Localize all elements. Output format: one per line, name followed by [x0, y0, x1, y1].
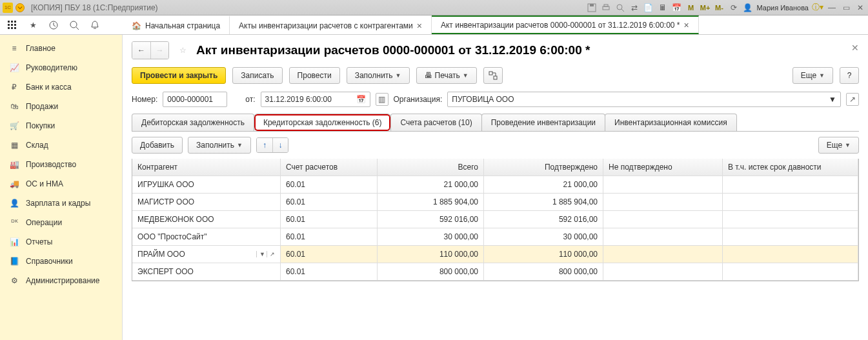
move-down-button[interactable]: ↓	[272, 138, 288, 152]
restore-icon[interactable]: ▭	[841, 3, 851, 13]
svg-rect-9	[8, 24, 10, 26]
m-minus-button[interactable]: М-	[714, 3, 725, 13]
close-icon[interactable]: ✕	[855, 3, 865, 13]
apps-icon[interactable]	[6, 19, 18, 31]
gear-icon: ⚙	[9, 275, 19, 286]
movement-register-button[interactable]	[483, 67, 503, 84]
add-row-button[interactable]: Добавить	[132, 137, 183, 154]
minimize-icon[interactable]: —	[827, 3, 837, 13]
bell-icon[interactable]	[89, 19, 101, 31]
sidebar-item[interactable]: ▦Склад	[0, 135, 122, 155]
sidebar-item[interactable]: ⚙Администрирование	[0, 271, 122, 290]
page-close-icon[interactable]: ✕	[851, 43, 859, 53]
search-icon[interactable]	[615, 3, 625, 13]
compare-icon[interactable]: ⇄	[629, 3, 640, 13]
table-more-button[interactable]: Еще▼	[818, 137, 859, 154]
table-row[interactable]: ООО "ПростоСайт"60.0130 000,0030 000,00	[132, 228, 858, 246]
column-header[interactable]: Контрагент	[132, 159, 281, 176]
cell	[603, 263, 723, 281]
column-header[interactable]: В т.ч. истек срок давности	[723, 159, 858, 176]
tab-label: Начальная страница	[145, 21, 220, 30]
sidebar-item[interactable]: 🏭Производство	[0, 155, 122, 174]
app-tab[interactable]: Акты инвентаризации расчетов с контраген…	[230, 15, 432, 34]
svg-rect-6	[8, 21, 10, 23]
print-button[interactable]: 🖶Печать▼	[416, 67, 477, 84]
person-icon: 👤	[9, 198, 19, 208]
date-input[interactable]: 31.12.2019 6:00:00📅	[261, 92, 370, 107]
cell-dropdown-icon[interactable]: ▼↗	[256, 251, 275, 257]
cell: 592 016,00	[484, 211, 603, 228]
star-icon[interactable]: ★	[27, 19, 39, 31]
column-header[interactable]: Не подтверждено	[603, 159, 723, 176]
column-header[interactable]: Подтверждено	[484, 159, 603, 176]
document-tab[interactable]: Проведение инвентаризации	[481, 114, 605, 131]
sidebar-item[interactable]: ≡Главное	[0, 39, 122, 58]
m-plus-button[interactable]: М+	[700, 3, 711, 13]
table-row[interactable]: МЕДВЕЖОНОК ООО60.01592 016,00592 016,00	[132, 211, 858, 228]
document-tab[interactable]: Счета расчетов (10)	[390, 114, 481, 131]
move-up-button[interactable]: ↑	[257, 138, 272, 152]
tab-close-icon[interactable]: ×	[684, 20, 689, 30]
bars-icon: 📊	[9, 237, 19, 247]
search-icon[interactable]	[68, 19, 80, 31]
sidebar-item[interactable]: 📊Отчеты	[0, 232, 122, 252]
number-input[interactable]: 0000-000001	[163, 92, 227, 107]
sidebar-item[interactable]: 📘Справочники	[0, 252, 122, 271]
doc-icon[interactable]: 📄	[643, 3, 654, 13]
sidebar-item-label: Руководителю	[26, 63, 77, 72]
column-header[interactable]: Счет расчетов	[281, 159, 378, 176]
help-button[interactable]: ?	[840, 67, 859, 84]
save-button[interactable]: Записать	[232, 67, 282, 84]
factory-icon: 🏭	[9, 159, 19, 170]
post-and-close-button[interactable]: Провести и закрыть	[132, 67, 226, 84]
table-row[interactable]: ПРАЙМ ООО▼↗60.01110 000,00110 000,00	[132, 246, 858, 263]
nav-back-button[interactable]: ←	[132, 42, 150, 59]
calc-icon[interactable]: 🖩	[658, 3, 668, 13]
cell	[723, 176, 858, 194]
calendar-icon[interactable]: 📅	[672, 3, 682, 13]
app-tab[interactable]: Акт инвентаризации расчетов 0000-000001 …	[432, 15, 699, 34]
sidebar-item[interactable]: 🛒Покупки	[0, 116, 122, 135]
print-icon[interactable]	[601, 3, 611, 13]
table-row[interactable]: ЭКСПЕРТ ООО60.01800 000,00800 000,00	[132, 263, 858, 281]
table-row[interactable]: МАГИСТР ООО60.011 885 904,001 885 904,00	[132, 194, 858, 211]
app-tab[interactable]: 🏠Начальная страница	[123, 15, 230, 34]
app-tabs: 🏠Начальная страницаАкты инвентаризации р…	[123, 15, 699, 34]
nav-forward-button[interactable]: →	[150, 42, 168, 59]
cell	[603, 211, 723, 228]
sidebar-item[interactable]: 📈Руководителю	[0, 58, 122, 77]
sidebar: ≡Главное📈Руководителю₽Банк и касса🛍Прода…	[0, 35, 123, 340]
favorite-icon[interactable]: ☆	[176, 43, 190, 57]
m-button[interactable]: М	[686, 3, 696, 13]
sidebar-item[interactable]: ᴰᴷОперации	[0, 213, 122, 232]
info-icon[interactable]: ⓘ▾	[812, 3, 823, 13]
sidebar-item[interactable]: ₽Банк и касса	[0, 77, 122, 97]
window-title: [КОПИЯ] ПБУ 18 (1С:Предприятие)	[31, 3, 158, 12]
svg-rect-10	[11, 24, 13, 26]
cell: 30 000,00	[378, 228, 484, 246]
sidebar-item[interactable]: 🛍Продажи	[0, 97, 122, 116]
tab-close-icon[interactable]: ×	[417, 21, 422, 31]
history-icon[interactable]	[48, 19, 59, 31]
document-tab[interactable]: Инвентаризационная комиссия	[605, 114, 737, 131]
more-button[interactable]: Еще▼	[792, 67, 833, 84]
table-row[interactable]: ИГРУШКА ООО60.0121 000,0021 000,00	[132, 176, 858, 194]
dropdown-icon[interactable]	[15, 3, 25, 12]
refresh-icon[interactable]: ⟳	[729, 3, 739, 13]
organization-input[interactable]: ПУГОВИЦА ООО▼	[447, 92, 841, 107]
sidebar-item-label: Производство	[26, 160, 76, 169]
column-header[interactable]: Всего	[378, 159, 484, 176]
sidebar-item-label: Главное	[26, 44, 56, 53]
calendar-icon[interactable]: 📅	[356, 95, 366, 104]
save-disk-icon[interactable]	[587, 3, 597, 13]
sidebar-item[interactable]: 👤Зарплата и кадры	[0, 194, 122, 213]
sidebar-item[interactable]: 🚚ОС и НМА	[0, 174, 122, 194]
open-org-icon[interactable]: ↗	[846, 93, 859, 106]
document-mode-icon[interactable]: ▥	[376, 93, 389, 106]
document-tab[interactable]: Дебиторская задолженность	[132, 114, 254, 131]
fill-button[interactable]: Заполнить▼	[347, 67, 410, 84]
post-button[interactable]: Провести	[289, 67, 340, 84]
document-tab[interactable]: Кредиторская задолженность (6)	[254, 114, 391, 131]
fill-rows-button[interactable]: Заполнить▼	[188, 137, 251, 154]
user-name[interactable]: Мария Иванова	[757, 4, 809, 12]
